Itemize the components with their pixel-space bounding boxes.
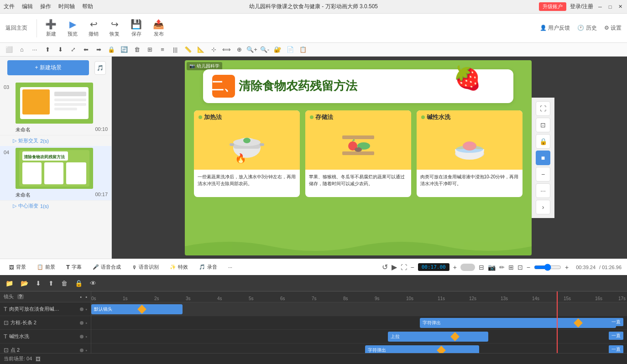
maximize-button[interactable]: □ bbox=[607, 4, 613, 10]
fullscreen-playback[interactable]: ⛶ bbox=[401, 264, 407, 271]
menu-timeline[interactable]: 时间轴 bbox=[58, 3, 75, 10]
subtitle-button[interactable]: T 字幕 bbox=[63, 263, 85, 271]
st-right-arrow[interactable]: ➡ bbox=[93, 44, 104, 55]
st-arrows[interactable]: ⟺ bbox=[221, 44, 232, 55]
toggle-switch[interactable] bbox=[460, 264, 475, 271]
transition-03[interactable]: ▷ 矩形交叉 2(s) bbox=[0, 135, 111, 146]
new-scene-button[interactable]: + 新建场景 bbox=[7, 60, 89, 75]
menu-help[interactable]: 帮助 bbox=[82, 3, 93, 10]
redo-button[interactable]: ↪ 恢复 bbox=[105, 17, 124, 39]
settings-button[interactable]: ⚙ 设置 bbox=[604, 24, 622, 32]
fullscreen-button[interactable]: ⛶ bbox=[536, 101, 550, 116]
scene-icon[interactable]: 🖼 bbox=[36, 356, 41, 362]
st-center[interactable]: ⊕ bbox=[234, 44, 245, 55]
row-eye-3[interactable]: • bbox=[85, 334, 87, 339]
edit-icon[interactable]: ✏ bbox=[499, 264, 505, 271]
upgrade-button[interactable]: 升级账户 bbox=[539, 2, 566, 11]
lock-rp-button[interactable]: 🔒 bbox=[536, 134, 550, 149]
menu-edit[interactable]: 编辑 bbox=[22, 3, 33, 10]
minus-rp-button[interactable]: − bbox=[536, 167, 550, 182]
track-block-2[interactable]: 上拉 bbox=[388, 332, 488, 342]
row-eye-4[interactable]: • bbox=[85, 348, 87, 353]
tl-add-file[interactable]: 📁 bbox=[4, 279, 15, 288]
effect-button[interactable]: ✨ 特效 bbox=[166, 263, 192, 271]
scene-item-03[interactable]: 03 bbox=[0, 81, 111, 135]
zoom-in-tl[interactable]: + bbox=[453, 264, 457, 271]
timeline-tracks[interactable]: 0s 1s 2s 3s 4s 5s 6s 7s 8s 9s 10s 11s 12… bbox=[91, 291, 627, 353]
more-rp-button[interactable]: ··· bbox=[536, 183, 550, 198]
timeline-icon-1[interactable]: ⊞ bbox=[508, 264, 514, 271]
feedback-button[interactable]: 👤 用户反馈 bbox=[540, 24, 570, 32]
zoom-out-tl[interactable]: − bbox=[411, 264, 414, 271]
fit-button[interactable]: ⊡ bbox=[536, 118, 550, 132]
tl-move-down[interactable]: ⬇ bbox=[34, 279, 43, 288]
st-copy[interactable]: 📄 bbox=[285, 44, 296, 55]
st-vbar[interactable]: ||| bbox=[170, 44, 181, 55]
st-grid[interactable]: ⊞ bbox=[144, 44, 155, 55]
st-padlock[interactable]: 🔐 bbox=[272, 44, 283, 55]
st-down[interactable]: ⬇ bbox=[55, 44, 66, 55]
bg-button[interactable]: 🖼 背景 bbox=[5, 263, 30, 271]
undo-button[interactable]: ↩ 撤销 bbox=[84, 17, 103, 39]
tts-button[interactable]: 🎤 语音合成 bbox=[89, 263, 125, 271]
row-dot-3[interactable] bbox=[80, 335, 84, 338]
asr-button[interactable]: 🎙 语音识别 bbox=[128, 263, 162, 271]
camera-icon[interactable]: 📷 bbox=[488, 264, 496, 271]
st-ruler[interactable]: 📏 bbox=[183, 44, 193, 55]
login-button[interactable]: 登录/注册 bbox=[570, 3, 593, 10]
snap-icon[interactable]: ⊟ bbox=[479, 264, 484, 271]
st-home[interactable]: ⌂ bbox=[16, 44, 27, 55]
fg-button[interactable]: 📋 前景 bbox=[33, 263, 59, 271]
tl-eye-row[interactable]: 👁 bbox=[88, 279, 98, 288]
record-button[interactable]: 🎵 录音 bbox=[195, 263, 221, 271]
save-button[interactable]: 💾 保存 bbox=[126, 17, 146, 39]
track-block-1[interactable]: 字符弹出 bbox=[420, 318, 616, 328]
menu-operate[interactable]: 操作 bbox=[40, 3, 51, 10]
st-delete[interactable]: 🗑 bbox=[131, 44, 142, 55]
st-refresh[interactable]: 🔄 bbox=[119, 44, 130, 55]
menu-file[interactable]: 文件 bbox=[4, 3, 15, 10]
camera-dot-2[interactable]: • bbox=[85, 294, 87, 300]
back-home-button[interactable]: 返回主页 bbox=[5, 24, 27, 32]
history-button[interactable]: 🕐 历史 bbox=[577, 24, 596, 32]
tl-playhead[interactable] bbox=[557, 291, 558, 353]
row-dot-4[interactable] bbox=[80, 348, 84, 352]
st-zoom-out[interactable]: 🔍- bbox=[259, 44, 270, 55]
reset-playback[interactable]: ↺ bbox=[382, 263, 388, 271]
zoom-slider[interactable] bbox=[534, 264, 561, 271]
st-more[interactable]: ··· bbox=[29, 44, 40, 55]
st-zoom-in[interactable]: 🔍+ bbox=[246, 44, 257, 55]
minimize-button[interactable]: ─ bbox=[597, 4, 603, 10]
timeline-icon-2[interactable]: ⊡ bbox=[517, 264, 523, 271]
transition-04[interactable]: ▷ 中心渐变 1(s) bbox=[0, 201, 111, 211]
btn-yizhi-2[interactable]: 一直 bbox=[609, 332, 623, 340]
st-left-align[interactable]: ⬅ bbox=[80, 44, 91, 55]
tl-delete-row[interactable]: 🗑 bbox=[59, 279, 69, 288]
row-dot-2[interactable] bbox=[80, 321, 84, 325]
more-controls[interactable]: ··· bbox=[225, 264, 236, 271]
new-button[interactable]: ➕ 新建 bbox=[41, 17, 61, 39]
track-block-3[interactable]: 字符弹出 bbox=[365, 345, 479, 353]
tl-lock-row[interactable]: 🔒 bbox=[73, 279, 84, 288]
close-button[interactable]: ✕ bbox=[617, 4, 623, 10]
btn-yizhi-3[interactable]: 一直 bbox=[609, 345, 623, 353]
scene-item-04[interactable]: 04 清除食物农药残留方法 未命名 00:17 bbox=[0, 146, 111, 201]
st-lock[interactable]: 🔒 bbox=[106, 44, 117, 55]
btn-yizhi-1[interactable]: 一直 bbox=[609, 318, 623, 326]
st-align[interactable]: ≡ bbox=[157, 44, 168, 55]
zoom-minus2[interactable]: − bbox=[527, 264, 530, 271]
row-eye-2[interactable]: • bbox=[85, 320, 87, 326]
tl-add-folder[interactable]: 📂 bbox=[19, 279, 30, 288]
st-measure[interactable]: 📐 bbox=[195, 44, 206, 55]
camera-help-icon[interactable]: ? bbox=[17, 294, 24, 299]
st-up[interactable]: ⬆ bbox=[42, 44, 53, 55]
row-eye-1[interactable]: • bbox=[85, 307, 87, 312]
tl-move-up[interactable]: ⬆ bbox=[47, 279, 56, 288]
play-button[interactable]: ▶ bbox=[392, 263, 397, 271]
st-paste[interactable]: 📋 bbox=[298, 44, 308, 55]
row-dot-1[interactable] bbox=[80, 307, 84, 311]
active-rp-button[interactable]: ■ bbox=[536, 151, 550, 165]
camera-dot-1[interactable]: • bbox=[80, 294, 82, 300]
canvas[interactable]: 📷 幼儿园科学 二、 清除食物农药残留方法 🍓 加热法 bbox=[185, 60, 532, 255]
preview-button[interactable]: ▶ 预览 bbox=[63, 17, 82, 39]
